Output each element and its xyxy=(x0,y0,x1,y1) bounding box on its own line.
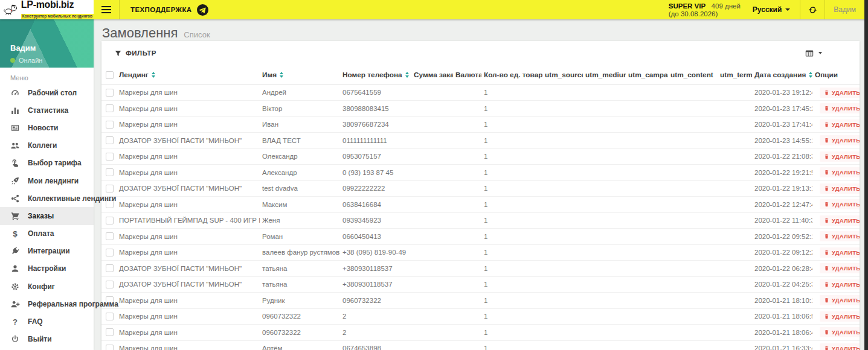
cell-utm_medium xyxy=(583,148,626,165)
row-checkbox[interactable] xyxy=(106,217,114,224)
column-header-created_at[interactable]: Дата создания xyxy=(752,65,812,84)
topbar-username[interactable]: Вадим xyxy=(825,5,864,14)
cell-created_at: 2020-01-23 19:12:43 xyxy=(752,84,812,101)
cell-landing: Маркеры для шин xyxy=(117,293,260,309)
sidebar-item-payment[interactable]: $Оплата xyxy=(0,225,94,243)
delete-button[interactable]: УДАЛИТЬ xyxy=(820,119,860,130)
menu-toggle-button[interactable] xyxy=(94,0,119,19)
row-checkbox[interactable] xyxy=(106,185,114,192)
sort-icon[interactable] xyxy=(152,72,155,78)
delete-button[interactable]: УДАЛИТЬ xyxy=(820,231,860,241)
filter-button[interactable]: ФИЛЬТР xyxy=(115,49,156,57)
row-checkbox[interactable] xyxy=(106,281,114,288)
sidebar-item-colleagues[interactable]: Коллеги xyxy=(0,137,94,154)
column-header-order_sum[interactable]: Сумма заказа xyxy=(411,65,453,84)
column-settings-button[interactable] xyxy=(805,49,822,57)
select-all-checkbox[interactable] xyxy=(106,71,114,79)
sidebar-item-news[interactable]: Новости xyxy=(0,119,94,136)
cell-name: 0960732322 xyxy=(260,308,340,325)
cell-utm_medium xyxy=(583,84,626,101)
delete-button[interactable]: УДАЛИТЬ xyxy=(820,263,860,273)
cell-utm_source xyxy=(542,229,583,245)
delete-button[interactable]: УДАЛИТЬ xyxy=(820,279,860,290)
refresh-button[interactable] xyxy=(800,0,825,19)
delete-button[interactable]: УДАЛИТЬ xyxy=(820,135,860,145)
sort-icon[interactable] xyxy=(280,72,283,78)
column-header-landing[interactable]: Лендинг xyxy=(117,65,260,84)
sidebar-item-logout[interactable]: Выйти xyxy=(0,331,94,348)
table-row: ДОЗАТОР ЗУБНОЇ ПАСТИ "МИНЬОН"татьяна+380… xyxy=(101,261,860,277)
delete-button[interactable]: УДАЛИТЬ xyxy=(820,311,860,322)
cell-name: test dvadva xyxy=(260,180,340,197)
column-header-utm_term[interactable]: utm_term xyxy=(718,65,752,84)
row-checkbox[interactable] xyxy=(106,328,114,336)
page-header: Замовлення Список xyxy=(94,19,868,41)
column-header-utm_content[interactable]: utm_content xyxy=(668,65,718,84)
sidebar-item-statistics[interactable]: Статистика xyxy=(0,101,94,119)
row-checkbox[interactable] xyxy=(106,313,114,320)
table-grid-icon xyxy=(805,49,814,57)
row-checkbox[interactable] xyxy=(106,168,114,176)
table-row: Маркеры для шинАртём067465389812020-01-2… xyxy=(101,340,860,350)
language-selector[interactable]: Русский xyxy=(753,5,791,14)
delete-button[interactable]: УДАЛИТЬ xyxy=(820,343,860,350)
cell-utm_source xyxy=(542,165,583,181)
trash-icon xyxy=(824,202,829,207)
row-checkbox[interactable] xyxy=(106,345,114,350)
row-checkbox[interactable] xyxy=(106,104,114,112)
sidebar-item-config[interactable]: Конфиг xyxy=(0,278,94,295)
cell-order_sum xyxy=(411,165,453,181)
sidebar-item-orders[interactable]: Заказы xyxy=(0,207,94,224)
column-header-utm_source[interactable]: utm_source xyxy=(542,65,583,84)
row-checkbox[interactable] xyxy=(106,264,114,272)
sort-icon[interactable] xyxy=(405,72,409,78)
delete-button[interactable]: УДАЛИТЬ xyxy=(820,215,860,226)
delete-button[interactable]: УДАЛИТЬ xyxy=(820,167,860,177)
delete-button[interactable]: УДАЛИТЬ xyxy=(820,199,860,209)
delete-button[interactable]: УДАЛИТЬ xyxy=(820,295,860,305)
cell-phone: 0939345923 xyxy=(340,212,411,229)
delete-button[interactable]: УДАЛИТЬ xyxy=(820,183,860,194)
cell-utm_source xyxy=(542,197,583,213)
column-header-name[interactable]: Имя xyxy=(260,65,340,84)
cell-utm_content xyxy=(668,212,718,229)
sidebar-item-desktop[interactable]: Рабочий стол xyxy=(0,84,94,101)
delete-button[interactable]: УДАЛИТЬ xyxy=(820,247,860,258)
column-header-currency[interactable]: Валюта xyxy=(453,65,481,84)
cell-utm_term xyxy=(718,212,752,229)
sidebar-item-settings[interactable]: Настройки xyxy=(0,260,94,278)
sidebar-item-collective-landings[interactable]: Коллективные лендинги xyxy=(0,189,94,207)
row-checkbox[interactable] xyxy=(106,89,114,97)
row-checkbox[interactable] xyxy=(106,232,114,240)
sidebar-item-tariff[interactable]: Выбор тарифа xyxy=(0,154,94,172)
sidebar-item-integrations[interactable]: Интеграции xyxy=(0,243,94,260)
column-header-qty[interactable]: Кол-во ед. товара xyxy=(481,65,542,84)
column-header-phone[interactable]: Номер телефона xyxy=(340,65,411,84)
column-label: utm_term xyxy=(720,71,752,79)
cell-order_sum xyxy=(411,276,453,293)
delete-button[interactable]: УДАЛИТЬ xyxy=(820,103,860,113)
row-checkbox[interactable] xyxy=(106,249,114,256)
cell-qty: 1 xyxy=(481,116,542,133)
support-link[interactable]: ТЕХПОДДЕРЖКА xyxy=(120,4,218,16)
column-header-utm_medium[interactable]: utm_medium xyxy=(583,65,626,84)
column-label: Сумма заказа xyxy=(414,71,453,79)
row-checkbox[interactable] xyxy=(106,136,114,144)
column-header-utm_campaign[interactable]: utm_campaign xyxy=(626,65,668,84)
sort-icon[interactable] xyxy=(809,72,812,78)
row-checkbox[interactable] xyxy=(106,121,114,129)
delete-button[interactable]: УДАЛИТЬ xyxy=(820,151,860,162)
logo[interactable]: LP-mobi.biz Конструктор мобильных лендин… xyxy=(0,0,94,19)
cell-name: Женя xyxy=(260,212,340,229)
delete-button[interactable]: УДАЛИТЬ xyxy=(820,88,860,98)
chevron-down-icon xyxy=(818,52,822,54)
sidebar-item-referral[interactable]: Реферальная программа xyxy=(0,295,94,313)
column-header-options[interactable]: Опции xyxy=(812,65,860,84)
sidebar-item-label: Заказы xyxy=(28,212,54,220)
row-checkbox[interactable] xyxy=(106,153,114,161)
delete-button[interactable]: УДАЛИТЬ xyxy=(820,327,860,337)
page-scrollbar[interactable] xyxy=(864,0,868,350)
sidebar-item-faq[interactable]: ?FAQ xyxy=(0,313,94,330)
cell-order_sum xyxy=(411,308,453,325)
sidebar-item-my-landings[interactable]: Мои лендинги xyxy=(0,172,94,189)
